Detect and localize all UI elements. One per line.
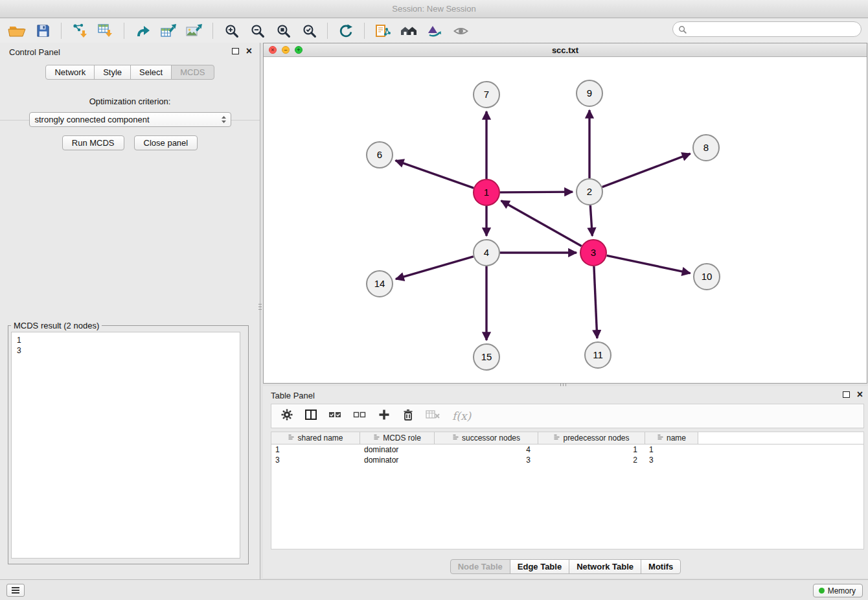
tab-edge-table[interactable]: Edge Table bbox=[510, 559, 569, 574]
tab-motifs[interactable]: Motifs bbox=[641, 559, 681, 574]
tab-network-table[interactable]: Network Table bbox=[569, 559, 641, 574]
graph-edge-2-3[interactable] bbox=[590, 205, 592, 236]
import-network-icon[interactable] bbox=[67, 21, 93, 41]
memory-button[interactable]: Memory bbox=[813, 584, 863, 597]
export-network-icon[interactable] bbox=[130, 21, 155, 41]
graph-node-14[interactable]: 14 bbox=[367, 271, 393, 297]
delete-table-icon[interactable] bbox=[426, 409, 441, 423]
deselect-all-checkboxes-icon[interactable] bbox=[353, 408, 367, 424]
zoom-window-button[interactable]: + bbox=[295, 46, 303, 54]
graph-edge-3-10[interactable] bbox=[607, 255, 691, 273]
close-panel-button[interactable]: Close panel bbox=[134, 135, 198, 150]
graph-edge-4-14[interactable] bbox=[396, 257, 474, 279]
settings-icon[interactable] bbox=[280, 408, 293, 424]
zoom-fit-icon[interactable] bbox=[270, 21, 296, 41]
network-graph-svg[interactable]: 7968124310141115 bbox=[264, 57, 867, 383]
zoom-out-icon[interactable] bbox=[244, 21, 270, 41]
show-hide-icon[interactable] bbox=[448, 21, 474, 41]
float-panel-icon[interactable] bbox=[232, 48, 239, 54]
close-window-button[interactable]: × bbox=[269, 46, 277, 54]
apply-layout-icon[interactable] bbox=[370, 21, 396, 41]
graph-node-8[interactable]: 8 bbox=[693, 135, 719, 161]
graph-node-6[interactable]: 6 bbox=[367, 142, 393, 168]
graph-node-10[interactable]: 10 bbox=[694, 264, 720, 290]
mcds-result-item[interactable]: 1 bbox=[12, 335, 240, 345]
column-header-MCDS-role[interactable]: MCDS role bbox=[360, 432, 435, 444]
export-table-icon[interactable] bbox=[155, 21, 181, 41]
svg-text:8: 8 bbox=[703, 142, 709, 153]
graph-node-4[interactable]: 4 bbox=[474, 240, 499, 266]
function-builder-icon[interactable]: f(x) bbox=[452, 410, 471, 422]
tab-network[interactable]: Network bbox=[45, 65, 95, 80]
table-row[interactable]: 3dominator323 bbox=[271, 455, 863, 465]
table-cell[interactable]: 2 bbox=[538, 455, 645, 465]
svg-text:4: 4 bbox=[484, 247, 489, 258]
table-cell[interactable]: 3 bbox=[271, 455, 360, 465]
window-title: Session: New Session bbox=[392, 4, 475, 14]
task-history-icon[interactable] bbox=[6, 584, 25, 597]
graph-edge-3-1[interactable] bbox=[501, 201, 582, 246]
table-cell[interactable]: 1 bbox=[271, 444, 360, 455]
tab-select[interactable]: Select bbox=[130, 65, 172, 80]
graph-node-11[interactable]: 11 bbox=[585, 342, 611, 368]
zoom-in-icon[interactable] bbox=[218, 21, 244, 41]
select-stepper-icon bbox=[219, 114, 229, 125]
tab-style[interactable]: Style bbox=[94, 65, 131, 80]
apply-style-icon[interactable] bbox=[422, 21, 448, 41]
table-cell[interactable]: 3 bbox=[435, 455, 538, 465]
close-panel-icon[interactable]: × bbox=[857, 388, 863, 401]
close-panel-icon[interactable]: × bbox=[246, 45, 252, 58]
graph-node-15[interactable]: 15 bbox=[474, 344, 499, 370]
toolbar-separator bbox=[364, 23, 365, 39]
column-header-name[interactable]: name bbox=[645, 432, 698, 444]
graph-edge-1-6[interactable] bbox=[396, 161, 474, 188]
mcds-result-list[interactable]: 13 bbox=[11, 332, 240, 559]
status-bar: Memory bbox=[0, 579, 868, 600]
optimization-criterion-select[interactable]: strongly connected component bbox=[29, 112, 231, 127]
table-cell[interactable]: 3 bbox=[645, 455, 698, 465]
column-header-predecessor-nodes[interactable]: predecessor nodes bbox=[538, 432, 645, 444]
refresh-icon[interactable] bbox=[333, 21, 359, 41]
tab-node-table[interactable]: Node Table bbox=[450, 559, 510, 574]
table-cell[interactable]: 4 bbox=[435, 444, 538, 455]
save-icon[interactable] bbox=[30, 21, 56, 41]
delete-column-icon[interactable] bbox=[402, 408, 415, 424]
column-header-shared-name[interactable]: shared name bbox=[271, 432, 360, 444]
memory-label: Memory bbox=[828, 586, 856, 595]
table-panel-tabs: Node TableEdge TableNetwork TableMotifs bbox=[263, 559, 868, 574]
graph-node-1[interactable]: 1 bbox=[474, 179, 499, 205]
mcds-result-item[interactable]: 3 bbox=[12, 345, 240, 356]
graph-node-3[interactable]: 3 bbox=[580, 240, 606, 266]
export-image-icon[interactable] bbox=[181, 21, 207, 41]
open-icon[interactable] bbox=[4, 21, 30, 41]
graph-node-9[interactable]: 9 bbox=[577, 80, 602, 106]
run-mcds-button[interactable]: Run MCDS bbox=[62, 135, 124, 150]
column-header-successor-nodes[interactable]: successor nodes bbox=[435, 432, 538, 444]
table-cell[interactable]: 1 bbox=[645, 444, 698, 455]
graph-node-2[interactable]: 2 bbox=[577, 179, 602, 205]
graph-node-7[interactable]: 7 bbox=[474, 82, 499, 108]
table-cell[interactable]: dominator bbox=[360, 455, 435, 465]
vertical-resize-handle[interactable] bbox=[258, 298, 262, 315]
table-cell[interactable]: 1 bbox=[538, 444, 645, 455]
horizontal-resize-handle[interactable] bbox=[554, 383, 571, 386]
mcds-result-title: MCDS result (2 nodes) bbox=[11, 321, 102, 330]
svg-text:1: 1 bbox=[484, 187, 489, 198]
search-box[interactable] bbox=[672, 21, 862, 37]
first-neighbors-icon[interactable] bbox=[396, 21, 422, 41]
zoom-selected-icon[interactable] bbox=[296, 21, 322, 41]
search-input[interactable] bbox=[690, 23, 861, 35]
sort-icon bbox=[657, 433, 664, 443]
select-all-checkboxes-icon[interactable] bbox=[328, 408, 342, 424]
graph-edge-1-2[interactable] bbox=[500, 192, 573, 192]
graph-edge-2-8[interactable] bbox=[602, 154, 691, 187]
table-cell[interactable]: dominator bbox=[360, 444, 435, 455]
minimize-window-button[interactable]: – bbox=[282, 46, 290, 54]
add-column-icon[interactable] bbox=[378, 408, 391, 424]
import-table-icon[interactable] bbox=[93, 21, 119, 41]
split-view-icon[interactable] bbox=[304, 408, 317, 424]
graph-edge-3-11[interactable] bbox=[594, 266, 597, 338]
tab-mcds[interactable]: MCDS bbox=[171, 65, 214, 80]
float-panel-icon[interactable] bbox=[843, 391, 850, 398]
table-row[interactable]: 1dominator411 bbox=[271, 444, 863, 455]
